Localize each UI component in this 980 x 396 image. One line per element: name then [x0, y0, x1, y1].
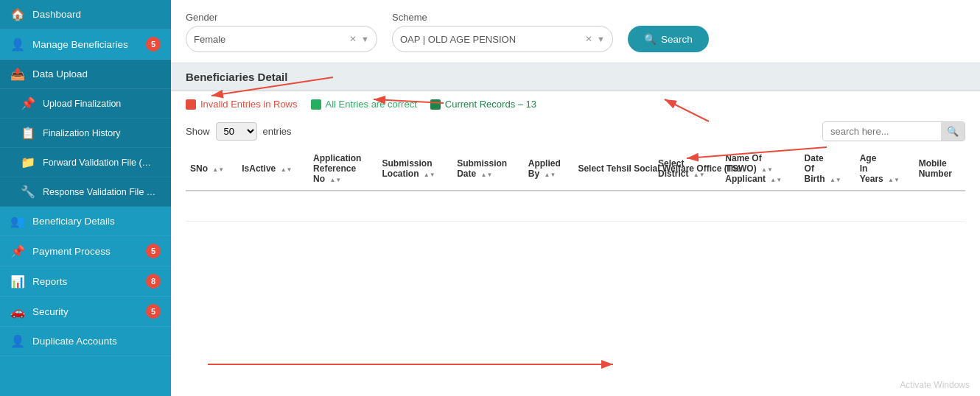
security-icon: 🚗 — [10, 305, 25, 319]
col-isactive: IsActive ▲▼ — [237, 147, 309, 191]
dashboard-icon: 🏠 — [10, 7, 25, 21]
table-controls: Show 50 10 25 100 entries 🔍 — [171, 116, 980, 147]
invalid-label: Invalid Entries in Rows — [200, 99, 298, 110]
col-app-ref: ApplicationReferenceNo ▲▼ — [309, 147, 377, 191]
gender-filter-group: Gender Female ✕ ▼ — [186, 12, 377, 52]
sidebar-item-payment-process[interactable]: 📌 Payment Process 5 — [0, 236, 171, 266]
col-submission-location: SubmissionLocation ▲▼ — [378, 147, 453, 191]
sort-icon-name[interactable]: ▲▼ — [770, 177, 782, 183]
sidebar-item-label: Reports — [32, 276, 139, 287]
legend-invalid: Invalid Entries in Rows — [186, 99, 298, 110]
sort-icon-isactive[interactable]: ▲▼ — [281, 167, 293, 173]
scheme-dropdown-icon[interactable]: ▼ — [597, 35, 605, 43]
scheme-filter-group: Scheme OAP | OLD AGE PENSION ✕ ▼ — [392, 12, 613, 52]
upload-fin-icon: 📌 — [21, 96, 35, 110]
section-title: Beneficiaries Detail — [186, 71, 287, 83]
sidebar-item-manage-beneficiaries[interactable]: 👤 Manage Beneficiaries 5 — [0, 29, 171, 60]
sidebar-item-label: Forward Validation File (… — [43, 158, 161, 168]
table-search-input[interactable] — [823, 122, 941, 141]
filter-bar: Gender Female ✕ ▼ Scheme OAP | OLD AGE P… — [171, 0, 980, 63]
sidebar-item-label: Upload Finalization — [43, 99, 161, 109]
fin-history-icon: 📋 — [21, 126, 35, 140]
sort-icon-subloc[interactable]: ▲▼ — [424, 172, 435, 178]
sort-icon-appref[interactable]: ▲▼ — [329, 177, 341, 183]
entries-label: entries — [263, 126, 292, 137]
table-row — [186, 191, 965, 222]
sidebar-sub-menu: 📌 Upload Finalization 📋 Finalization His… — [0, 89, 171, 207]
sidebar-item-reports[interactable]: 📊 Reports 8 — [0, 266, 171, 297]
duplicate-icon: 👤 — [10, 334, 25, 348]
sidebar-item-label: Manage Beneficiaries — [32, 39, 139, 50]
data-upload-icon: 📤 — [10, 67, 25, 81]
scheme-clear-icon[interactable]: ✕ — [585, 34, 592, 44]
legend-current: Current Records – 13 — [430, 99, 536, 110]
sidebar-item-duplicate-accounts[interactable]: 👤 Duplicate Accounts — [0, 327, 171, 356]
beneficiaries-icon: 👤 — [10, 38, 25, 52]
table-header-row: SNo ▲▼ IsActive ▲▼ ApplicationReferenceN… — [186, 147, 965, 191]
filter-row: Gender Female ✕ ▼ Scheme OAP | OLD AGE P… — [186, 12, 965, 52]
search-button-label: Search — [661, 34, 693, 45]
sort-icon-sno[interactable]: ▲▼ — [212, 167, 224, 173]
sidebar-item-label: Response Validation File … — [43, 187, 161, 197]
activate-windows-watermark: Activate Windows — [900, 380, 970, 390]
search-button[interactable]: 🔍 Search — [628, 26, 709, 52]
col-applied-by: AppliedBy ▲▼ — [524, 147, 574, 191]
sidebar-item-label: Dashboard — [32, 9, 161, 20]
invalid-dot — [186, 99, 196, 110]
badge-payment: 5 — [146, 244, 161, 258]
sidebar-item-upload-finalization[interactable]: 📌 Upload Finalization — [0, 89, 171, 119]
response-val-icon: 🔧 — [21, 185, 35, 199]
col-name: Name OfTheApplicant ▲▼ — [721, 147, 799, 191]
sidebar-item-data-upload[interactable]: 📤 Data Upload — [0, 60, 171, 89]
table-search-box[interactable]: 🔍 — [822, 121, 965, 141]
scheme-value: OAP | OLD AGE PENSION — [400, 34, 581, 45]
gender-value: Female — [194, 34, 345, 45]
col-submission-date: SubmissionDate ▲▼ — [452, 147, 524, 191]
beneficiary-details-icon: 👥 — [10, 214, 25, 228]
current-label: Current Records – 13 — [445, 99, 536, 110]
sidebar-item-response-validation[interactable]: 🔧 Response Validation File … — [0, 177, 171, 207]
legend-correct: All Entries are correct — [311, 99, 417, 110]
reports-icon: 📊 — [10, 275, 25, 289]
sidebar-item-label: Duplicate Accounts — [32, 336, 161, 347]
sidebar-item-beneficiary-details[interactable]: 👥 Beneficiary Details — [0, 207, 171, 236]
data-table-container: SNo ▲▼ IsActive ▲▼ ApplicationReferenceN… — [171, 147, 980, 396]
table-search-button[interactable]: 🔍 — [941, 122, 965, 141]
entries-select[interactable]: 50 10 25 100 — [216, 122, 257, 141]
gender-dropdown-icon[interactable]: ▼ — [361, 35, 369, 43]
col-mobile: MobileNumber — [914, 147, 965, 191]
sidebar-item-finalization-history[interactable]: 📋 Finalization History — [0, 119, 171, 148]
col-district: SelectDistrict ▲▼ — [654, 147, 721, 191]
sort-icon-subdate[interactable]: ▲▼ — [481, 172, 493, 178]
correct-label: All Entries are correct — [326, 99, 417, 110]
table-body — [186, 191, 965, 222]
sidebar-item-label: Payment Process — [32, 246, 139, 257]
sidebar: 🏠 Dashboard 👤 Manage Beneficiaries 5 📤 D… — [0, 0, 171, 396]
col-sno: SNo ▲▼ — [186, 147, 237, 191]
col-dob: DateOfBirth ▲▼ — [800, 147, 855, 191]
main-content: Gender Female ✕ ▼ Scheme OAP | OLD AGE P… — [171, 0, 980, 396]
sort-icon-dob[interactable]: ▲▼ — [830, 177, 841, 183]
payment-icon: 📌 — [10, 244, 25, 258]
gender-clear-icon[interactable]: ✕ — [349, 34, 357, 44]
badge-reports: 8 — [146, 274, 161, 289]
col-tswo: Select Tehsil Social Welfare Office (TSW… — [573, 147, 654, 191]
show-label: Show — [186, 126, 210, 137]
legend-bar: Invalid Entries in Rows All Entries are … — [171, 91, 980, 116]
sidebar-item-label: Finalization History — [43, 128, 161, 138]
sidebar-item-label: Beneficiary Details — [32, 216, 161, 227]
search-icon: 🔍 — [644, 33, 657, 45]
data-table: SNo ▲▼ IsActive ▲▼ ApplicationReferenceN… — [186, 147, 965, 222]
main-panel: Gender Female ✕ ▼ Scheme OAP | OLD AGE P… — [171, 0, 980, 396]
sidebar-item-forward-validation[interactable]: 📁 Forward Validation File (… — [0, 148, 171, 177]
sort-icon-appliedby[interactable]: ▲▼ — [544, 172, 556, 178]
sidebar-item-security[interactable]: 🚗 Security 5 — [0, 297, 171, 327]
sort-icon-district[interactable]: ▲▼ — [693, 172, 705, 178]
badge-security: 5 — [146, 304, 161, 319]
gender-label: Gender — [186, 12, 377, 23]
correct-dot — [311, 99, 321, 110]
sidebar-item-dashboard[interactable]: 🏠 Dashboard — [0, 0, 171, 29]
gender-select[interactable]: Female ✕ ▼ — [186, 26, 377, 52]
sort-icon-age[interactable]: ▲▼ — [888, 177, 900, 183]
scheme-select[interactable]: OAP | OLD AGE PENSION ✕ ▼ — [392, 26, 613, 52]
